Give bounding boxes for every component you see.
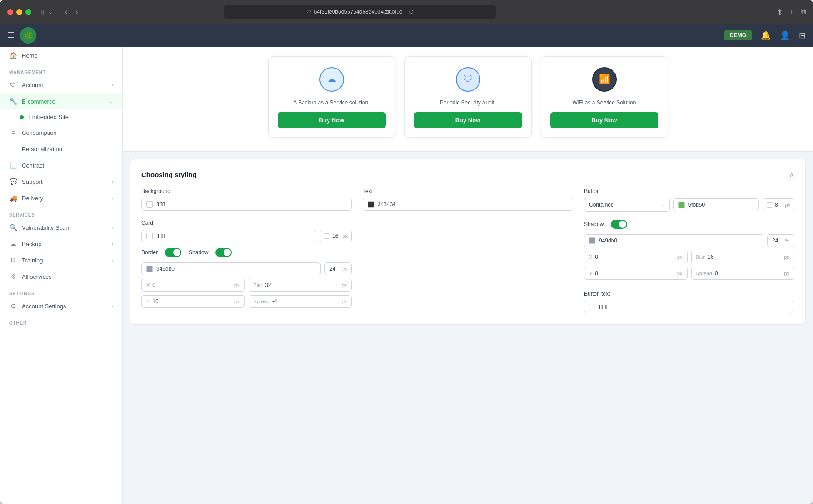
card-y-input[interactable]: Y 16 px — [141, 295, 245, 308]
card-icon-security: 🛡 — [454, 66, 482, 93]
card-radius-swatch — [324, 233, 329, 239]
button-radius-value: 8 — [775, 202, 782, 208]
reload-icon[interactable]: ↺ — [409, 9, 414, 15]
shadow-color-text: 949db0 — [599, 237, 758, 244]
browser-window-controls — [7, 9, 31, 15]
card-y-value: 16 — [152, 298, 232, 305]
training-icon: 🖥 — [9, 257, 17, 264]
sidebar-item-backup[interactable]: ☁ Backup › — [0, 236, 122, 252]
sidebar-toggle-icon[interactable]: ⧉ — [801, 8, 806, 16]
new-tab-icon[interactable]: ＋ — [788, 7, 795, 17]
sidebar-item-contract[interactable]: 📄 Contract — [0, 157, 122, 173]
sidebar-item-account[interactable]: 🛡 Account › — [0, 77, 122, 93]
background-group: Background ffffff — [141, 188, 352, 211]
card-shadow-toggle[interactable] — [215, 248, 232, 257]
shadow-x-label: X — [589, 254, 592, 260]
card-border-color-input[interactable]: 949db0 — [141, 262, 321, 275]
sidebar-item-delivery[interactable]: 🚚 Delivery › — [0, 190, 122, 206]
sidebar-item-consumption[interactable]: ≡ Consumption — [0, 124, 122, 141]
button-radius-input[interactable]: 8 px — [763, 198, 794, 211]
sidebar-item-vulnerability-scan[interactable]: 🔍 Vulnerability Scan › — [0, 219, 122, 236]
forward-button[interactable]: › — [73, 7, 80, 17]
tab-chevron-button[interactable]: ⌄ — [48, 8, 53, 15]
notifications-icon[interactable]: 🔔 — [761, 30, 771, 40]
card-radius-input[interactable]: 16 px — [320, 230, 352, 242]
sidebar-item-ecommerce[interactable]: 🔧 E-commerce ⌄ — [0, 93, 122, 109]
card-border-opacity-input[interactable]: 24 % — [324, 262, 352, 275]
back-button[interactable]: ‹ — [62, 7, 70, 17]
cards-section: ☁ A Backup as a Service solution. Buy No… — [123, 47, 813, 152]
card-border-opacity-unit: % — [342, 266, 347, 272]
card-radius-value: 16 — [332, 233, 339, 239]
card-spread-value: -4 — [272, 298, 339, 305]
layout-icon[interactable]: ⊟ — [799, 30, 806, 40]
shadow-spread-input[interactable]: Spread 0 px — [691, 267, 795, 280]
sidebar-label-all-services: All services — [22, 273, 52, 280]
sidebar-item-training[interactable]: 🖥 Training › — [0, 252, 122, 268]
minimize-window-button[interactable] — [16, 9, 22, 15]
account-icon[interactable]: 👤 — [780, 30, 790, 40]
sidebar-section-services: SERVICES — [0, 206, 122, 219]
card-description-backup: A Backup as a Service solution. — [293, 99, 369, 107]
collapse-button[interactable]: ∧ — [789, 170, 794, 179]
sidebar-item-home[interactable]: 🏠 Home — [0, 47, 122, 64]
card-spread-input[interactable]: Spread -4 px — [249, 295, 352, 308]
shadow-blur-value: 16 — [708, 254, 781, 260]
browser-tabs: ⊞ ⌄ — [40, 8, 53, 15]
card-spread-label: Spread — [254, 299, 269, 304]
card-x-unit: px — [234, 282, 240, 288]
styling-section: Choosing styling ∧ Background ffffff — [130, 159, 806, 325]
button-color-input[interactable]: 5fbb50 — [673, 198, 759, 211]
sidebar-label-personalization: Personalization — [22, 146, 62, 153]
sidebar-label-support: Support — [22, 178, 43, 185]
sidebar-sub-item-embedded-site[interactable]: Embedded Site — [0, 109, 122, 124]
button-style-dropdown[interactable]: Contained ⌄ — [584, 198, 670, 212]
shadow-color-row: 949db0 24 % — [584, 234, 794, 247]
button-text-color-input[interactable]: ffffff — [584, 301, 793, 313]
maximize-window-button[interactable] — [25, 9, 31, 15]
share-icon[interactable]: ⬆ — [777, 8, 783, 16]
shadow-blur-input[interactable]: Blur 16 px — [691, 251, 795, 263]
shadow-xy-row: X 0 px Blur 16 px — [584, 251, 794, 263]
styling-column-left: Background ffffff Card — [141, 188, 352, 313]
card-color-input[interactable]: ffffff — [141, 230, 316, 242]
border-toggle-label: Border — [141, 249, 158, 256]
shadow-color-input[interactable]: 949db0 — [584, 234, 763, 247]
close-window-button[interactable] — [7, 9, 13, 15]
card-border-color-text: 949db0 — [156, 266, 316, 272]
buy-now-button-backup[interactable]: Buy Now — [278, 112, 386, 128]
shadow-opacity-input[interactable]: 24 % — [767, 234, 794, 247]
card-blur-input[interactable]: Blur 32 px — [249, 279, 352, 292]
card-x-input[interactable]: X 0 px — [141, 279, 245, 292]
svg-text:🛡: 🛡 — [464, 74, 473, 84]
sidebar-label-account: Account — [22, 82, 43, 89]
card-border-swatch — [146, 266, 153, 272]
text-color-input[interactable]: 343434 — [363, 198, 573, 211]
address-bar[interactable]: 🛡 64f31fe0b6d55764d68e4034.zit.blue ↺ — [224, 5, 496, 19]
card-shadow-sub-form: 949db0 24 % — [141, 262, 352, 308]
sidebar-item-support[interactable]: 💬 Support › — [0, 173, 122, 190]
border-toggle[interactable] — [165, 248, 181, 257]
shadow-y-input[interactable]: Y 8 px — [584, 267, 688, 280]
shadow-toggle[interactable] — [611, 220, 627, 229]
card-blur-label: Blur — [254, 282, 263, 288]
vulnerability-arrow-icon: › — [112, 225, 113, 230]
tab-grid-button[interactable]: ⊞ — [40, 8, 46, 15]
card-color-row: ffffff 16 px — [141, 230, 352, 242]
sidebar-item-all-services[interactable]: ⚙ All services — [0, 268, 122, 285]
sidebar-label-contract: Contract — [22, 162, 44, 169]
background-color-input[interactable]: ffffff — [141, 198, 352, 211]
buy-now-button-wifi[interactable]: Buy Now — [550, 112, 658, 128]
sidebar-item-personalization[interactable]: ≣ Personalization — [0, 141, 122, 157]
logo-icon: 🌿 — [24, 31, 33, 40]
sidebar-item-account-settings[interactable]: ⚙ Account Settings › — [0, 298, 122, 314]
shadow-spread-unit: px — [784, 271, 789, 276]
section-title: Choosing styling — [141, 171, 197, 178]
buy-now-button-security[interactable]: Buy Now — [414, 112, 522, 128]
shadow-x-input[interactable]: X 0 px — [584, 251, 688, 263]
button-group: Button Contained ⌄ 5fbb50 — [584, 188, 794, 313]
button-text-color-text: ffffff — [599, 304, 608, 310]
button-text-label: Button text — [584, 291, 794, 297]
card-spread-unit: px — [341, 299, 347, 304]
hamburger-menu-button[interactable]: ☰ — [7, 30, 15, 40]
